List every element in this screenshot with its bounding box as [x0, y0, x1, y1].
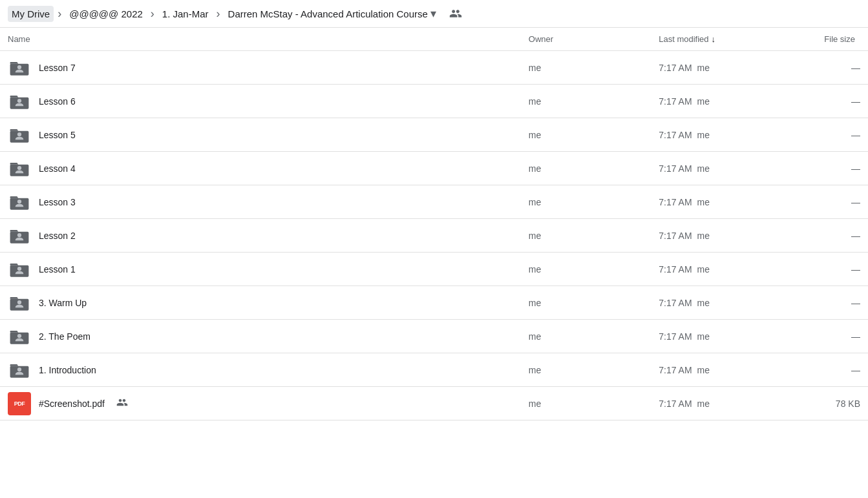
modified-cell: 7:17 AM me	[651, 353, 807, 387]
modified-user: me	[697, 96, 710, 107]
owner-cell: me	[521, 219, 651, 253]
folder-shared-icon	[8, 224, 31, 247]
table-row[interactable]: PDF #Screenshot.pdf me 7:17 AM me 78 KB	[0, 387, 868, 420]
file-name: Lesson 6	[39, 96, 76, 107]
name-cell: PDF #Screenshot.pdf	[0, 387, 521, 420]
size-cell: —	[807, 51, 868, 85]
modified-cell: 7:17 AM me	[651, 118, 807, 152]
name-cell: Lesson 3	[0, 185, 521, 219]
column-header-modified[interactable]: Last modified ↓	[651, 28, 807, 51]
name-cell: Lesson 2	[0, 219, 521, 253]
folder-shared-icon	[8, 90, 31, 113]
pdf-icon: PDF	[8, 392, 31, 415]
table-row[interactable]: Lesson 7 me 7:17 AM me —	[0, 51, 868, 85]
file-name: Lesson 2	[39, 231, 76, 241]
share-people-button[interactable]	[447, 5, 465, 23]
size-cell: —	[807, 253, 868, 286]
breadcrumb-separator-2: ›	[151, 7, 154, 21]
svg-point-3	[17, 98, 21, 102]
modified-time: 7:17 AM	[659, 399, 692, 409]
owner-cell: me	[521, 286, 651, 320]
size-cell: —	[807, 353, 868, 387]
owner-cell: me	[521, 387, 651, 420]
folder-shared-icon	[8, 157, 31, 180]
table-row[interactable]: 1. Introduction me 7:17 AM me —	[0, 353, 868, 387]
owner-cell: me	[521, 185, 651, 219]
folder-shared-icon	[8, 56, 31, 79]
modified-time: 7:17 AM	[659, 96, 692, 107]
svg-point-7	[17, 165, 21, 169]
shared-badge	[116, 397, 128, 410]
modified-user: me	[697, 399, 710, 409]
modified-time: 7:17 AM	[659, 197, 692, 207]
breadcrumb-my-drive[interactable]: My Drive	[8, 6, 54, 22]
owner-cell: me	[521, 51, 651, 85]
table-row[interactable]: Lesson 1 me 7:17 AM me —	[0, 253, 868, 286]
modified-cell: 7:17 AM me	[651, 152, 807, 185]
size-cell: —	[807, 219, 868, 253]
column-header-name[interactable]: Name	[0, 28, 521, 51]
breadcrumb-separator-1: ›	[58, 7, 61, 21]
size-cell: —	[807, 85, 868, 118]
breadcrumb-2022-label: @@@@@ 2022	[69, 8, 143, 19]
file-name: 2. The Poem	[39, 331, 90, 342]
modified-user: me	[697, 130, 710, 140]
name-cell: 1. Introduction	[0, 353, 521, 387]
owner-cell: me	[521, 152, 651, 185]
modified-cell: 7:17 AM me	[651, 219, 807, 253]
table-row[interactable]: Lesson 5 me 7:17 AM me —	[0, 118, 868, 152]
svg-point-9	[17, 199, 21, 203]
modified-user: me	[697, 264, 710, 275]
table-row[interactable]: Lesson 3 me 7:17 AM me —	[0, 185, 868, 219]
table-row[interactable]: Lesson 2 me 7:17 AM me —	[0, 219, 868, 253]
owner-cell: me	[521, 353, 651, 387]
modified-time: 7:17 AM	[659, 163, 692, 174]
modified-cell: 7:17 AM me	[651, 253, 807, 286]
table-row[interactable]: 3. Warm Up me 7:17 AM me —	[0, 286, 868, 320]
modified-user: me	[697, 298, 710, 308]
table-row[interactable]: Lesson 4 me 7:17 AM me —	[0, 152, 868, 185]
sort-arrow-icon: ↓	[712, 34, 716, 44]
file-name: #Screenshot.pdf	[39, 399, 105, 409]
modified-user: me	[697, 163, 710, 174]
name-cell: Lesson 1	[0, 253, 521, 286]
modified-time: 7:17 AM	[659, 264, 692, 275]
svg-point-17	[17, 333, 21, 337]
modified-cell: 7:17 AM me	[651, 387, 807, 420]
file-name: Lesson 4	[39, 163, 76, 174]
size-cell: —	[807, 185, 868, 219]
breadcrumb-my-drive-label: My Drive	[12, 8, 50, 19]
breadcrumb-current[interactable]: Darren McStay - Advanced Articulation Co…	[224, 4, 440, 23]
svg-point-19	[17, 367, 21, 371]
svg-point-5	[17, 132, 21, 136]
name-cell: Lesson 7	[0, 51, 521, 85]
table-row[interactable]: Lesson 6 me 7:17 AM me —	[0, 85, 868, 118]
file-name: Lesson 5	[39, 130, 76, 140]
owner-cell: me	[521, 320, 651, 353]
modified-user: me	[697, 231, 710, 241]
modified-time: 7:17 AM	[659, 231, 692, 241]
modified-time: 7:17 AM	[659, 130, 692, 140]
modified-time: 7:17 AM	[659, 365, 692, 375]
name-cell: Lesson 6	[0, 85, 521, 118]
table-row[interactable]: 2. The Poem me 7:17 AM me —	[0, 320, 868, 353]
column-header-owner[interactable]: Owner	[521, 28, 651, 51]
svg-point-11	[17, 233, 21, 236]
owner-cell: me	[521, 118, 651, 152]
modified-time: 7:17 AM	[659, 331, 692, 342]
folder-shared-icon	[8, 258, 31, 281]
file-name: 3. Warm Up	[39, 298, 87, 308]
breadcrumb: My Drive › @@@@@ 2022 › 1. Jan-Mar › Dar…	[0, 0, 868, 28]
table-header-row: Name Owner Last modified ↓ File size	[0, 28, 868, 51]
svg-point-13	[17, 266, 21, 270]
size-cell: —	[807, 286, 868, 320]
name-cell: 2. The Poem	[0, 320, 521, 353]
name-cell: Lesson 4	[0, 152, 521, 185]
folder-shared-icon	[8, 358, 31, 382]
breadcrumb-2022[interactable]: @@@@@ 2022	[65, 6, 147, 22]
breadcrumb-dropdown-icon[interactable]: ▾	[430, 6, 436, 21]
breadcrumb-separator-3: ›	[217, 7, 220, 21]
breadcrumb-current-label: Darren McStay - Advanced Articulation Co…	[228, 8, 428, 19]
column-header-size[interactable]: File size	[807, 28, 868, 51]
breadcrumb-jan-mar[interactable]: 1. Jan-Mar	[158, 6, 213, 22]
